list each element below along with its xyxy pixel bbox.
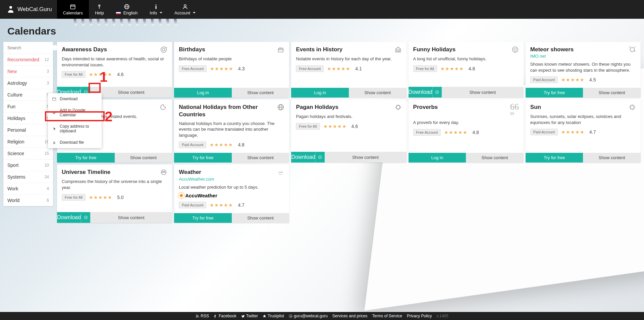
download-button[interactable]: Download bbox=[409, 87, 432, 98]
category-label: Culture bbox=[7, 92, 22, 98]
download-button[interactable]: Download bbox=[57, 212, 81, 223]
show-content-button[interactable]: Show content bbox=[232, 153, 289, 163]
category-label: Systems bbox=[7, 174, 25, 180]
svg-text:G: G bbox=[53, 111, 55, 115]
calendar-icon bbox=[70, 4, 76, 10]
google-icon: G bbox=[52, 111, 56, 115]
calendar-card: Sun Sunrises, sunsets, solar eclipses, s… bbox=[526, 100, 641, 163]
category-label: Science bbox=[7, 151, 24, 156]
primary-action-button[interactable]: Try for free bbox=[174, 153, 232, 163]
sidebar-category[interactable]: Religion18 bbox=[3, 136, 53, 148]
sidebar-category[interactable]: Sport10 bbox=[3, 159, 53, 171]
sidebar-category[interactable]: Recommended12 bbox=[3, 54, 53, 66]
card-grid: Awareness Days Days intended to raise aw… bbox=[57, 42, 641, 223]
category-count: 3 bbox=[47, 81, 49, 85]
brand-text: WebCal.Guru bbox=[17, 6, 52, 13]
card-icon bbox=[277, 104, 284, 111]
svg-rect-30 bbox=[53, 98, 56, 101]
pointer-icon bbox=[52, 127, 56, 131]
nav-help[interactable]: Help bbox=[89, 0, 110, 19]
nav-calendars[interactable]: Calendars bbox=[57, 0, 89, 19]
sidebar-category[interactable]: Holidays6 bbox=[3, 113, 53, 124]
show-content-button[interactable]: Show content bbox=[90, 212, 172, 223]
sidebar-category[interactable]: New3 bbox=[3, 66, 53, 77]
show-content-button[interactable]: Show content bbox=[466, 153, 524, 163]
category-label: Holidays bbox=[7, 116, 25, 121]
download-dropdown: DownloadGAdd to Google CalendarCopy addr… bbox=[48, 93, 102, 148]
download-dropdown-toggle[interactable] bbox=[81, 212, 90, 223]
card-source-link[interactable]: IMO.net bbox=[530, 54, 574, 59]
show-content-button[interactable]: Show content bbox=[583, 153, 641, 163]
category-count: 10 bbox=[45, 163, 49, 168]
show-content-button[interactable]: Show content bbox=[232, 88, 289, 98]
card-description: National holidays from a country you cho… bbox=[179, 121, 284, 138]
show-content-button[interactable]: Show content bbox=[442, 87, 524, 98]
sidebar-category[interactable]: Fun5 bbox=[3, 101, 53, 113]
primary-action-button[interactable]: Log in bbox=[409, 153, 466, 163]
dropdown-item[interactable]: Copy address to clipboard bbox=[48, 121, 102, 137]
primary-action-button[interactable]: Try for free bbox=[526, 153, 583, 163]
sidebar-category[interactable]: Work4 bbox=[3, 183, 53, 195]
dropdown-item[interactable]: Download bbox=[48, 93, 102, 105]
search-input[interactable] bbox=[7, 45, 64, 50]
sidebar-category[interactable]: Science15 bbox=[3, 148, 53, 159]
card-title: Universe Timeline bbox=[62, 169, 110, 176]
svg-rect-9 bbox=[156, 6, 157, 9]
show-content-button[interactable]: Show content bbox=[232, 213, 289, 223]
primary-action-button[interactable]: Log in bbox=[291, 88, 349, 98]
rating-value: 4.7 bbox=[238, 202, 244, 208]
sidebar-category[interactable]: Astrology3 bbox=[3, 77, 53, 89]
card-title: Weather bbox=[179, 169, 214, 176]
show-content-button[interactable]: Show content bbox=[90, 87, 172, 98]
brand[interactable]: WebCal.Guru bbox=[7, 5, 52, 13]
category-label: World bbox=[7, 198, 19, 203]
account-pill: Paid Account bbox=[530, 129, 558, 135]
download-split-button[interactable]: Download bbox=[291, 152, 324, 163]
download-dropdown-toggle[interactable] bbox=[432, 87, 442, 98]
calendar-card: Universe Timeline Compresses the history… bbox=[57, 165, 172, 223]
download-split-button[interactable]: Download bbox=[409, 87, 442, 98]
primary-action-button[interactable]: Try for free bbox=[57, 153, 115, 163]
show-content-button[interactable]: Show content bbox=[349, 88, 407, 98]
rating-value: 4.1 bbox=[355, 66, 362, 71]
annotation-number-2: 2 bbox=[105, 109, 112, 125]
stars-icon: ★★★★★ bbox=[210, 66, 233, 71]
sidebar-category[interactable]: Personal bbox=[3, 124, 53, 136]
primary-action-button[interactable]: Try for free bbox=[174, 213, 232, 223]
download-split-button[interactable]: Download bbox=[57, 212, 90, 223]
sidebar-category[interactable]: Systems24 bbox=[3, 171, 53, 183]
account-pill: Paid Account bbox=[179, 141, 206, 148]
download-button[interactable]: Download bbox=[291, 152, 315, 163]
show-content-button[interactable]: Show content bbox=[325, 152, 407, 163]
account-pill: Paid Account bbox=[530, 76, 558, 83]
rating-value: 4.5 bbox=[589, 77, 596, 82]
primary-action-button[interactable]: Log in bbox=[174, 88, 232, 98]
category-label: Astrology bbox=[7, 80, 27, 86]
card-description: Days intended to raise awareness of heal… bbox=[62, 56, 167, 68]
calendar-card: Awareness Days Days intended to raise aw… bbox=[57, 42, 172, 98]
show-content-button[interactable]: Show content bbox=[115, 153, 172, 163]
chevron-down-icon bbox=[193, 12, 196, 13]
primary-action-button[interactable]: Try for free bbox=[526, 88, 583, 98]
category-label: Work bbox=[7, 186, 18, 191]
download-dropdown-toggle[interactable] bbox=[315, 152, 325, 163]
calendar-card: Events in History Notable events in hist… bbox=[291, 42, 406, 98]
card-icon bbox=[394, 46, 402, 53]
sidebar-category[interactable]: World6 bbox=[3, 195, 53, 206]
nav-account[interactable]: Account bbox=[168, 0, 202, 19]
card-title: Meteor showers bbox=[530, 46, 574, 53]
nav-language[interactable]: English bbox=[110, 0, 144, 19]
card-source-link[interactable]: AccuWeather.com bbox=[179, 177, 214, 182]
user-icon bbox=[182, 4, 188, 10]
rating-value: 4.6 bbox=[352, 124, 358, 129]
category-count: 15 bbox=[45, 151, 49, 156]
dropdown-item[interactable]: GAdd to Google Calendar bbox=[48, 105, 102, 121]
card-description: A proverb for every day. bbox=[413, 120, 519, 126]
rating-value: 4.8 bbox=[469, 66, 475, 71]
calendar-card: Pagan Holidays Pagan holidays and festiv… bbox=[291, 100, 406, 163]
show-content-button[interactable]: Show content bbox=[583, 88, 641, 98]
stars-icon: ★★★★★ bbox=[210, 142, 233, 147]
dropdown-item[interactable]: Download file bbox=[48, 137, 102, 148]
sidebar-category[interactable]: Culture5 bbox=[3, 89, 53, 101]
nav-info[interactable]: Info bbox=[144, 0, 168, 19]
